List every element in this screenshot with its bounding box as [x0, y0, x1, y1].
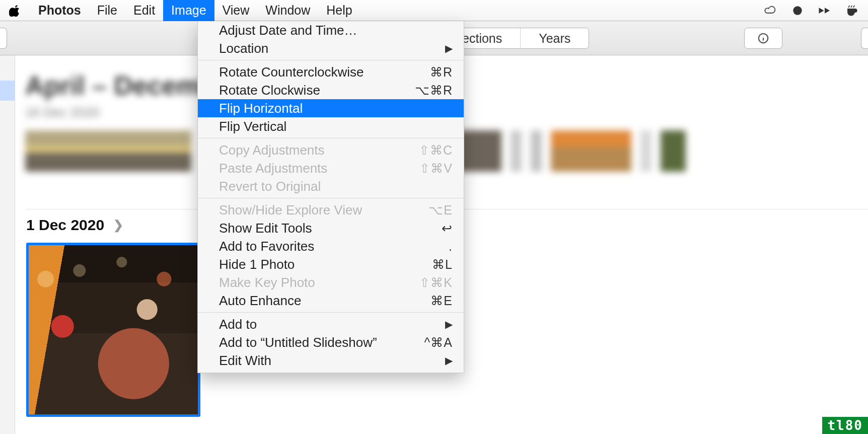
menu-item-label: Edit With: [219, 353, 445, 369]
menu-item-shortcut: ⌘R: [430, 65, 453, 80]
menu-item: Show/Hide Explore View⌥E: [198, 201, 464, 219]
menu-item[interactable]: Flip Horizontal: [198, 99, 464, 117]
fast-forward-icon[interactable]: [818, 4, 832, 18]
photo-thumbnail[interactable]: [25, 130, 191, 172]
menu-image[interactable]: Image: [163, 0, 214, 21]
apple-menu[interactable]: [0, 5, 30, 17]
menu-file[interactable]: File: [89, 0, 125, 21]
menu-item[interactable]: Adjust Date and Time…: [198, 21, 464, 39]
menu-item-shortcut: ⇧⌘C: [419, 143, 453, 158]
menu-item[interactable]: Edit With▶: [198, 351, 464, 370]
menu-item-shortcut: ⌘E: [430, 294, 453, 308]
menu-item[interactable]: Flip Vertical: [198, 117, 464, 135]
menu-item[interactable]: Location▶: [198, 39, 464, 57]
menu-item-label: Make Key Photo: [219, 275, 419, 291]
menu-item: Copy Adjustments⇧⌘C: [198, 141, 464, 159]
menu-item: Paste Adjustments⇧⌘V: [198, 159, 464, 177]
menu-item-label: Rotate Clockwise: [219, 83, 415, 98]
apple-icon: [9, 5, 21, 17]
menu-item: Make Key Photo⇧⌘K: [198, 273, 464, 292]
watermark: tl80: [822, 417, 868, 434]
menu-item[interactable]: Add to Favorites.: [198, 237, 464, 255]
menu-item-shortcut: ⇧⌘V: [419, 161, 453, 176]
menu-item-label: Location: [219, 41, 445, 56]
menu-item-shortcut: .: [449, 239, 453, 254]
image-menu-dropdown: Adjust Date and Time…Location▶Rotate Cou…: [197, 21, 464, 373]
photo-thumbnail[interactable]: [511, 130, 522, 172]
record-icon[interactable]: [790, 4, 805, 18]
menu-item-shortcut: ⌥⌘R: [415, 83, 453, 98]
menu-item-label: Add to “Untitled Slideshow”: [219, 335, 424, 350]
menu-item-shortcut: ⌥E: [428, 203, 453, 218]
toolbar-left-button-edge[interactable]: [0, 28, 7, 49]
menu-item-label: Auto Enhance: [219, 293, 430, 309]
menu-item-label: Revert to Original: [219, 179, 453, 194]
photo-thumbnail[interactable]: [640, 130, 652, 172]
photo-thumbnail[interactable]: [661, 130, 686, 172]
menu-item-label: Copy Adjustments: [219, 142, 419, 158]
submenu-arrow-icon: ▶: [445, 318, 453, 330]
menu-item-shortcut: ⇧⌘K: [419, 275, 453, 290]
menu-window[interactable]: Window: [257, 0, 318, 21]
segment-years[interactable]: Years: [521, 28, 589, 48]
moment-date-label: 1 Dec 2020: [26, 216, 104, 234]
menu-item-label: Add to Favorites: [219, 239, 449, 254]
menu-edit[interactable]: Edit: [125, 0, 163, 21]
toolbar-right-button-edge[interactable]: [861, 28, 868, 49]
chevron-right-icon: ❯: [113, 218, 123, 232]
info-icon: [758, 33, 769, 44]
menu-item[interactable]: Auto Enhance⌘E: [198, 292, 464, 310]
menu-item[interactable]: Add to▶: [198, 315, 464, 333]
menu-item-label: Show/Hide Explore View: [219, 202, 428, 218]
menu-item: Revert to Original: [198, 177, 464, 195]
menu-item-shortcut: ^⌘A: [424, 335, 453, 350]
app-name[interactable]: Photos: [30, 3, 89, 18]
menu-item-label: Show Edit Tools: [219, 221, 442, 236]
menubar: Photos File Edit Image View Window Help: [0, 0, 868, 21]
sidebar-selection[interactable]: [0, 81, 15, 101]
menu-item-label: Hide 1 Photo: [219, 257, 432, 272]
photo-thumbnail[interactable]: [531, 130, 542, 172]
sidebar: [0, 55, 15, 434]
svg-point-3: [763, 36, 764, 36]
creative-cloud-icon[interactable]: [763, 4, 777, 18]
caffeine-icon[interactable]: [845, 4, 859, 18]
menu-view[interactable]: View: [214, 0, 258, 21]
photo-thumbnail-selected[interactable]: [26, 243, 200, 417]
svg-point-0: [793, 6, 802, 15]
menu-item-shortcut: ⌘L: [432, 257, 453, 272]
menu-item[interactable]: Rotate Clockwise⌥⌘R: [198, 81, 464, 99]
menu-item-label: Paste Adjustments: [219, 161, 419, 176]
menu-help[interactable]: Help: [318, 0, 360, 21]
menu-item-label: Flip Vertical: [219, 119, 453, 134]
submenu-arrow-icon: ▶: [445, 42, 453, 54]
menu-item[interactable]: Show Edit Tools↩: [198, 219, 464, 237]
menu-item[interactable]: Hide 1 Photo⌘L: [198, 255, 464, 273]
menu-item-label: Add to: [219, 317, 445, 332]
menu-item-label: Rotate Counterclockwise: [219, 64, 430, 80]
photo-thumbnail[interactable]: [551, 130, 631, 172]
menubar-tray: [763, 0, 863, 21]
menu-item[interactable]: Add to “Untitled Slideshow”^⌘A: [198, 333, 464, 351]
menu-item-label: Flip Horizontal: [219, 101, 453, 116]
menu-item-label: Adjust Date and Time…: [219, 23, 453, 38]
menu-item-shortcut: ↩: [442, 221, 453, 236]
menu-item[interactable]: Rotate Counterclockwise⌘R: [198, 63, 464, 81]
info-button[interactable]: [744, 28, 782, 49]
submenu-arrow-icon: ▶: [445, 354, 453, 367]
